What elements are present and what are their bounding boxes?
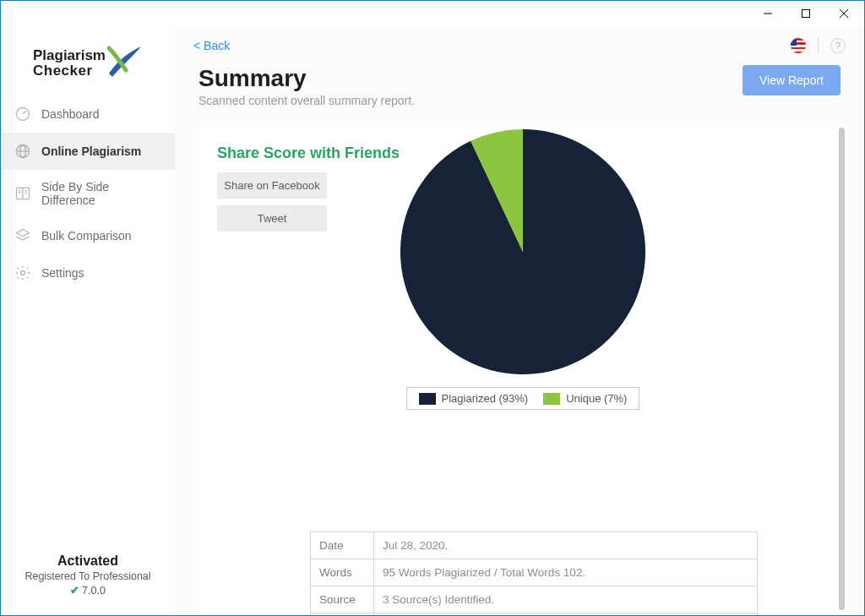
- sidebar-item-dashboard[interactable]: Dashboard: [1, 95, 175, 133]
- window-titlebar: [1, 1, 864, 26]
- app-version: ✔7.0.0: [1, 584, 175, 597]
- pie-chart: Plagiarized (93%) Unique (7%): [199, 123, 847, 410]
- sidebar-item-label: Dashboard: [41, 107, 100, 121]
- view-report-button[interactable]: View Report: [743, 65, 841, 95]
- swatch-icon: [419, 393, 436, 405]
- summary-card: Share Score with Friends Share on Facebo…: [199, 123, 847, 615]
- check-icon: ✔: [70, 585, 79, 597]
- chart-legend: Plagiarized (93%) Unique (7%): [406, 387, 640, 410]
- back-link[interactable]: < Back: [193, 39, 230, 52]
- layers-icon: [14, 227, 31, 244]
- logo-line2: Checker: [33, 63, 106, 79]
- table-row: Source3 Source(s) Identified.: [311, 586, 758, 613]
- activation-status: Activated: [1, 553, 175, 569]
- sidebar-item-bulk-comparison[interactable]: Bulk Comparison: [1, 217, 175, 254]
- table-row: DateJul 28, 2020.: [311, 532, 758, 559]
- sidebar-item-label: Side By Side Difference: [41, 180, 161, 207]
- sidebar-item-label: Online Plagiarism: [41, 144, 141, 158]
- sidebar-item-online-plagiarism[interactable]: Online Plagiarism: [1, 133, 175, 170]
- page-subtitle: Scanned content overall summary report.: [199, 94, 415, 107]
- legend-plagiarized: Plagiarized (93%): [419, 392, 529, 405]
- registration-tier: Registered To Professional: [1, 570, 175, 582]
- topbar: < Back ?: [175, 26, 864, 65]
- logo-line1: Plagiarism: [33, 48, 106, 63]
- swatch-icon: [543, 393, 560, 405]
- page-title: Summary: [199, 65, 415, 92]
- legend-unique: Unique (7%): [543, 392, 627, 405]
- divider: [818, 38, 819, 53]
- gauge-icon: [14, 106, 31, 123]
- summary-table: DateJul 28, 2020. Words95 Words Plagiari…: [310, 532, 758, 615]
- table-row: RemarksHigh similarity detected, you mus…: [311, 613, 758, 616]
- svg-point-15: [21, 271, 25, 275]
- globe-icon: [14, 143, 31, 160]
- language-flag-icon[interactable]: [791, 38, 806, 53]
- logo-swoosh-icon: [107, 45, 143, 79]
- sidebar-footer: Activated Registered To Professional ✔7.…: [1, 553, 175, 615]
- sidebar-item-settings[interactable]: Settings: [1, 254, 175, 292]
- table-row: Words95 Words Plagiarized / Total Words …: [311, 559, 758, 586]
- maximize-button[interactable]: [786, 1, 824, 26]
- sidebar-item-label: Bulk Comparison: [41, 229, 132, 243]
- sidebar: Plagiarism Checker Da: [1, 26, 175, 615]
- svg-rect-1: [802, 10, 809, 18]
- sidebar-item-label: Settings: [41, 266, 84, 280]
- columns-icon: [14, 185, 31, 202]
- sidebar-nav: Dashboard Online Plagiarism Side By Side…: [1, 95, 175, 292]
- main-content: < Back ? Summary Scanned content overall…: [175, 26, 864, 615]
- close-button[interactable]: [824, 1, 862, 26]
- gear-icon: [14, 264, 31, 281]
- app-logo: Plagiarism Checker: [1, 26, 175, 90]
- sidebar-item-side-by-side[interactable]: Side By Side Difference: [1, 170, 175, 217]
- minimize-button[interactable]: [748, 1, 786, 26]
- help-button[interactable]: ?: [830, 38, 846, 53]
- svg-marker-14: [17, 230, 30, 237]
